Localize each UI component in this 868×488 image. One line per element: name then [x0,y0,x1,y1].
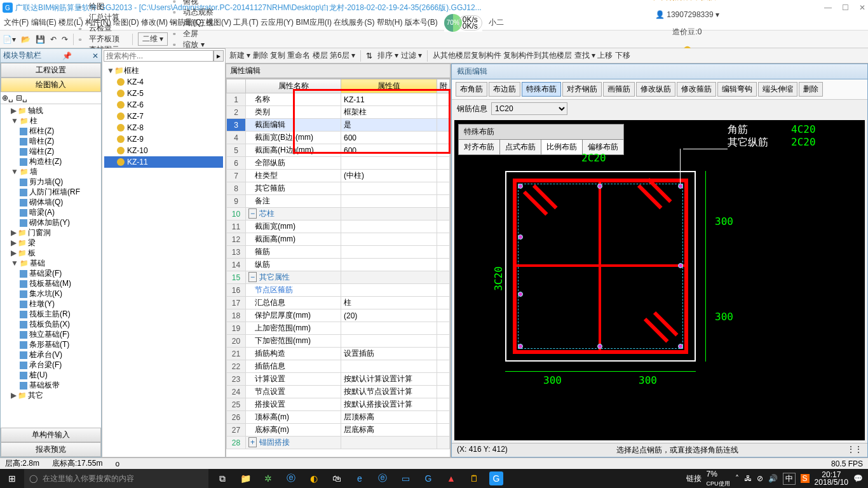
sort-icon[interactable]: ⇅ [366,51,372,60]
tree-item[interactable]: 筏板主筋(R) [20,309,100,319]
ie-icon[interactable]: ⓔ [375,471,390,486]
kz-item[interactable]: KZ-4 [104,76,223,88]
tree-item[interactable]: 暗柱(Z) [20,136,100,146]
tree-item[interactable]: 砌体墙(Q) [20,197,100,207]
kz-root[interactable]: ▼ 📁 框柱 [104,65,223,76]
tree-folder[interactable]: ▼墙 [11,166,100,177]
bar-dot[interactable] [597,184,602,189]
bar-dot[interactable] [518,292,523,297]
property-row[interactable]: 11截面宽(mm) [227,220,450,233]
property-row[interactable]: 17汇总信息柱 [227,297,450,309]
property-row[interactable]: 10−芯柱 [227,208,450,220]
sogou-icon[interactable]: S [801,474,810,483]
menu-item[interactable]: 云应用(Y) [261,18,294,27]
bar-dot[interactable] [518,344,523,349]
kz-tree[interactable]: ▼ 📁 框柱 KZ-4KZ-5KZ-6KZ-7KZ-8KZ-9KZ-10KZ-1… [102,63,225,457]
collapse-icon[interactable]: ⊟␣ [16,93,27,102]
browser360-icon[interactable]: ◐ [306,471,322,486]
property-row[interactable]: 20下加密范围(mm) [227,335,450,348]
menu-item[interactable]: 版本号(B) [405,18,438,27]
tree-item[interactable]: 桩承台(V) [20,349,100,360]
tree-folder[interactable]: ▶门窗洞 [11,227,100,238]
tree-item[interactable]: 筏板负筋(X) [20,319,100,329]
section-tab[interactable]: 布边筋 [489,82,520,97]
toolbar-button[interactable]: ▫俯视 [173,0,219,7]
section-tab[interactable]: 对齐钢筋 [562,82,602,97]
pin-icon[interactable]: 📌 [62,51,72,60]
toolbar-button[interactable]: ▫局部三维 [173,18,219,29]
section-tab[interactable]: 删除 [799,82,823,97]
section-tab[interactable]: 布角筋 [456,82,487,97]
tree-folder[interactable]: ▼柱 [11,116,100,126]
toolbar-button[interactable]: ▫云检查 [79,23,127,34]
toolbar-link[interactable]: 从其他楼层复制构件 [433,51,501,60]
edge-classic-icon[interactable]: ⓔ [283,471,299,486]
panel-close-icon[interactable]: ✕ [92,51,98,60]
property-row[interactable]: 19上加密范围(mm) [227,322,450,335]
property-row[interactable]: 1名称KZ-11 [227,93,450,106]
clock[interactable]: 20:172018/5/10 [815,471,848,486]
tree-item[interactable]: 端柱(Z) [20,146,100,156]
toolbar-button[interactable]: ▫平齐板顶 [79,34,127,44]
property-row[interactable]: 9备注 [227,195,450,208]
volume-icon[interactable]: 🔊 [768,474,778,483]
draw-input-button[interactable]: 绘图输入 [1,78,101,92]
kz-item[interactable]: KZ-6 [104,99,223,111]
new-doc-icon[interactable]: 📄▾ [3,35,16,44]
section-tab[interactable]: 编辑弯钩 [717,82,757,97]
toolbar-link[interactable]: 重命名 [287,51,310,60]
toolbar-link[interactable]: 下移 [615,51,630,60]
toolbar-button[interactable]: ▫绘图 [79,1,127,12]
tree-folder[interactable]: ▶其它 [11,390,100,400]
search-go-button[interactable]: ▸ [214,50,224,62]
menu-item[interactable]: BIM应用(I) [295,18,332,27]
menu-item[interactable]: 在线服务(S) [334,18,374,27]
tree-item[interactable]: 承台梁(F) [20,360,100,370]
kz-item[interactable]: KZ-11 [104,156,223,168]
calc-icon[interactable]: ▭ [398,471,413,486]
bar-dot[interactable] [678,184,683,189]
toolbar-link[interactable]: 上移 [597,51,613,60]
undo-icon[interactable]: ↶ [50,35,57,44]
property-row[interactable]: 7柱类型(中柱) [227,170,450,182]
property-row[interactable]: 23计算设置按默认计算设置计算 [227,373,450,386]
expand-icon[interactable]: ⊕␣ [2,93,13,102]
property-row[interactable]: 26顶标高(m)层顶标高 [227,411,450,424]
tree-item[interactable]: 条形基础(T) [20,339,100,349]
tray-expand-icon[interactable]: ˄ [735,474,739,483]
property-row[interactable]: 8其它箍筋 [227,182,450,195]
toolbar-link[interactable]: 楼层 第6层 ▾ [313,51,355,60]
kz-item[interactable]: KZ-10 [104,145,223,156]
kz-item[interactable]: KZ-7 [104,111,223,122]
toolbar-link[interactable]: 过滤 ▾ [401,51,422,60]
tree-item[interactable]: 筏板基础(M) [20,278,100,288]
store-icon[interactable]: 🛍 [329,471,344,486]
glodon-icon[interactable]: G [489,471,503,485]
tree-item[interactable]: 集水坑(K) [20,288,100,299]
edge-icon[interactable]: e [352,471,367,486]
property-row[interactable]: 28+锚固搭接 [227,437,450,449]
property-row[interactable]: 22插筋信息 [227,360,450,373]
tree-item[interactable]: 柱墩(Y) [20,299,100,309]
tree-item[interactable]: 基础板带 [20,380,100,390]
save-icon[interactable]: 💾 [36,35,45,44]
section-tab[interactable]: 修改箍筋 [677,82,716,97]
component-tree[interactable]: ▶轴线▼柱框柱(Z)暗柱(Z)端柱(Z)构造柱(Z)▼墙剪力墙(Q)人防门框墙(… [1,104,101,428]
property-row[interactable]: 25搭接设置按默认搭接设置计算 [227,398,450,411]
notes-icon[interactable]: 🗒 [466,471,482,486]
tree-folder[interactable]: ▶梁 [11,238,100,248]
tree-item[interactable]: 桩(U) [20,370,100,380]
acrobat-icon[interactable]: ▲ [444,471,459,486]
toolbar-button[interactable]: ▫全屏 [173,29,219,39]
section-tab[interactable]: 端头伸缩 [758,82,797,97]
property-row[interactable]: 15−其它属性 [227,271,450,284]
bar-dot[interactable] [518,184,523,189]
component-search-input[interactable] [104,50,214,62]
property-row[interactable]: 2类别框架柱 [227,106,450,119]
section-tab[interactable]: 特殊布筋 [522,82,561,97]
bar-dot[interactable] [597,344,602,349]
kz-item[interactable]: KZ-5 [104,88,223,99]
redo-icon[interactable]: ↷ [62,35,68,44]
property-row[interactable]: 6全部纵筋 [227,157,450,170]
property-row[interactable]: 4截面宽(B边)(mm)600 [227,132,450,144]
